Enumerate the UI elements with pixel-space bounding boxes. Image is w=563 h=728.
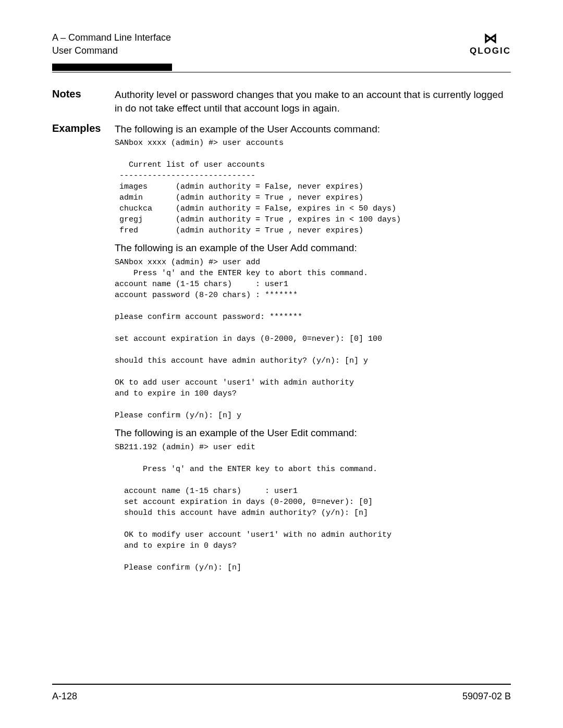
notes-text: Authority level or password changes that… — [115, 88, 511, 115]
examples-code-1: SANbox xxxx (admin) #> user accounts Cur… — [115, 138, 511, 236]
examples-intro-3: The following is an example of the User … — [115, 426, 511, 440]
header-line2: User Command — [52, 44, 171, 57]
header-thin-line — [52, 72, 511, 72]
footer-row: A-128 59097-02 B — [52, 691, 511, 702]
examples-code-2: SANbox xxxx (admin) #> user add Press 'q… — [115, 257, 511, 421]
header-thick-bar — [52, 64, 172, 71]
logo-icon: ⋈ — [470, 31, 511, 45]
notes-section: Notes Authority level or password change… — [52, 88, 511, 115]
content: Notes Authority level or password change… — [52, 88, 511, 578]
examples-code-3: SB211.192 (admin) #> user edit Press 'q'… — [115, 442, 511, 573]
page-number: A-128 — [52, 691, 77, 702]
footer-rule — [52, 684, 511, 685]
doc-number: 59097-02 B — [462, 691, 511, 702]
examples-intro-1: The following is an example of the User … — [115, 122, 511, 136]
qlogic-logo: ⋈ QLOGIC — [470, 31, 511, 56]
page: A – Command Line Interface User Command … — [0, 0, 563, 728]
examples-section: Examples The following is an example of … — [52, 122, 511, 578]
examples-body: The following is an example of the User … — [115, 122, 511, 578]
header-left: A – Command Line Interface User Command — [52, 31, 171, 57]
logo-text: QLOGIC — [470, 46, 511, 56]
header-line1: A – Command Line Interface — [52, 31, 171, 44]
page-footer: A-128 59097-02 B — [52, 684, 511, 702]
notes-label: Notes — [52, 88, 115, 115]
page-header: A – Command Line Interface User Command … — [52, 31, 511, 61]
header-rule — [52, 64, 511, 72]
examples-intro-2: The following is an example of the User … — [115, 241, 511, 255]
examples-label: Examples — [52, 122, 115, 578]
